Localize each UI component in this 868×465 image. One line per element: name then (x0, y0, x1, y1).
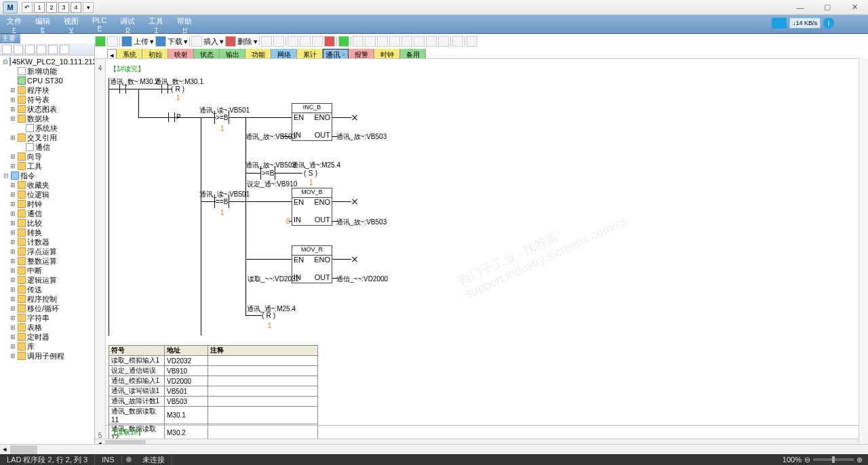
menu-edit[interactable]: 编辑E (28, 15, 57, 33)
table-row[interactable]: 通讯_故障计数1VB503 (109, 397, 318, 407)
tree-tools[interactable]: 工具 (27, 161, 42, 171)
tree-newfeat[interactable]: 新增功能 (27, 66, 57, 77)
insert-icon[interactable] (191, 36, 202, 47)
qa-3[interactable]: 3 (58, 2, 69, 13)
tree-instr-5[interactable]: 转换 (27, 228, 42, 238)
tb10-icon[interactable] (377, 36, 388, 47)
close-button[interactable]: ✕ (841, 0, 868, 15)
tree-instr-11[interactable]: 传送 (27, 285, 42, 295)
tree-instr-6[interactable]: 计数器 (27, 237, 50, 247)
tree-instr-7[interactable]: 浮点运算 (27, 247, 57, 257)
tree-instr-8[interactable]: 整数运算 (27, 256, 57, 266)
tb8-icon[interactable] (353, 36, 363, 47)
menu-debug[interactable]: 调试D (113, 15, 142, 33)
cloud-icon[interactable] (772, 18, 787, 28)
table-row[interactable]: 通信_模拟输入1VD2000 (109, 376, 318, 386)
tb9-icon[interactable] (365, 36, 376, 47)
tree-instr-1[interactable]: 位逻辑 (27, 190, 50, 200)
coil-r2[interactable]: R (262, 310, 275, 320)
outer-hscroll[interactable]: ◂ (0, 444, 868, 454)
menu-help[interactable]: 帮助H (170, 15, 199, 33)
info-icon[interactable]: i (823, 18, 834, 28)
contact-m302[interactable] (117, 84, 129, 94)
table-row[interactable]: 通讯_数据读取11M30.1 (109, 407, 318, 424)
upload-icon[interactable] (121, 36, 132, 47)
app-menu-button[interactable]: M (3, 1, 18, 14)
download-label[interactable]: 下载 (167, 37, 182, 47)
tree-cpu[interactable]: CPU ST30 (27, 77, 63, 85)
outer-hscroll-thumb[interactable] (10, 445, 37, 454)
tree-instr-14[interactable]: 字符串 (27, 313, 50, 323)
tree-instr-16[interactable]: 定时器 (27, 332, 50, 342)
tb5-icon[interactable] (312, 36, 323, 47)
tb4-icon[interactable] (300, 36, 311, 47)
tb17-icon[interactable] (467, 36, 477, 47)
tree-btn6[interactable] (60, 45, 69, 54)
block-movb[interactable]: MOV_B ENENO INOUT (292, 188, 332, 226)
tb3-icon[interactable] (288, 36, 298, 47)
coil-r[interactable]: R (171, 84, 184, 94)
tree-sym[interactable]: 符号表 (27, 95, 50, 105)
symhdr-note[interactable]: 注释 (208, 346, 318, 356)
tree-instr-18[interactable]: 调用子例程 (27, 351, 64, 361)
zoom-out-button[interactable]: ⊖ (804, 456, 810, 464)
tb14-icon[interactable] (426, 36, 437, 47)
menu-tools[interactable]: 工具T (142, 15, 170, 33)
tree-instr[interactable]: 指令 (20, 171, 35, 181)
tb12-icon[interactable] (401, 36, 412, 47)
zoom-in-button[interactable]: ⊕ (856, 456, 863, 464)
editor-vscroll[interactable] (859, 58, 868, 449)
coil-s[interactable]: S (304, 168, 317, 178)
contact-m301[interactable] (159, 84, 171, 94)
insert-label[interactable]: 插入 (203, 37, 218, 47)
delete-label[interactable]: 删除 (237, 37, 252, 47)
tree-data[interactable]: 数据块 (27, 114, 50, 124)
tree-wiz[interactable]: 向导 (27, 152, 42, 162)
tree-comm[interactable]: 通信 (35, 142, 50, 153)
tb2-icon[interactable] (273, 36, 284, 47)
menu-plc[interactable]: PLCP (85, 15, 113, 33)
tree-btn2[interactable] (14, 45, 23, 54)
download-icon[interactable] (155, 36, 166, 47)
tree-instr-4[interactable]: 比较 (27, 218, 42, 228)
tree-root[interactable]: 45KW_PLC2_10.111.212.1 (12, 58, 94, 66)
tree-instr-2[interactable]: 时钟 (27, 199, 42, 209)
stop-icon[interactable] (107, 36, 118, 47)
qa-4[interactable]: 4 (71, 2, 81, 13)
upload-label[interactable]: 上传 (134, 37, 149, 47)
tb7-icon[interactable] (338, 36, 349, 47)
tree-instr-15[interactable]: 表格 (27, 323, 42, 333)
tree-btn3[interactable] (25, 45, 35, 54)
tree-sysblk[interactable]: 系统块 (35, 123, 58, 134)
symhdr-addr[interactable]: 地址 (165, 346, 208, 356)
table-row[interactable]: 设定_通信错误VB910 (109, 366, 318, 376)
tree-btn4[interactable] (37, 45, 46, 54)
qa-more-icon[interactable]: ▾ (83, 2, 94, 13)
menu-view[interactable]: 视图V (57, 15, 85, 33)
tree-prog[interactable]: 程序块 (27, 85, 50, 96)
qa-2[interactable]: 2 (46, 2, 57, 13)
minimize-button[interactable]: — (787, 0, 814, 15)
qa-undo-icon[interactable]: ↶ (22, 2, 33, 13)
tree-xref[interactable]: 交叉引用 (27, 133, 57, 143)
tree-btn1[interactable] (2, 45, 12, 54)
zoom-slider[interactable] (813, 458, 854, 461)
tree-instr-13[interactable]: 移位/循环 (27, 304, 59, 314)
delete-icon[interactable] (225, 36, 236, 47)
tree-instr-12[interactable]: 程序控制 (27, 294, 57, 304)
tb13-icon[interactable] (414, 36, 425, 47)
menu-file[interactable]: 文件F (0, 15, 28, 33)
tree-btn5[interactable] (48, 45, 58, 54)
qa-1[interactable]: 1 (34, 2, 45, 13)
tb11-icon[interactable] (389, 36, 400, 47)
symhdr-symbol[interactable]: 符号 (109, 346, 165, 356)
run-icon[interactable] (95, 36, 106, 47)
block-incb[interactable]: INC_B ENENO INOUT (292, 103, 332, 141)
tree-instr-0[interactable]: 收藏夹 (27, 180, 50, 190)
tree-stchart[interactable]: 状态图表 (27, 104, 57, 115)
net-num[interactable]: 4 (95, 64, 105, 74)
tb6-icon[interactable] (324, 36, 335, 47)
tree-instr-10[interactable]: 逻辑运算 (27, 275, 57, 285)
tree-instr-3[interactable]: 通信 (27, 209, 42, 219)
project-tree[interactable]: ⊟45KW_PLC2_10.111.212.1 新增功能 CPU ST30 ⊞程… (0, 56, 94, 449)
